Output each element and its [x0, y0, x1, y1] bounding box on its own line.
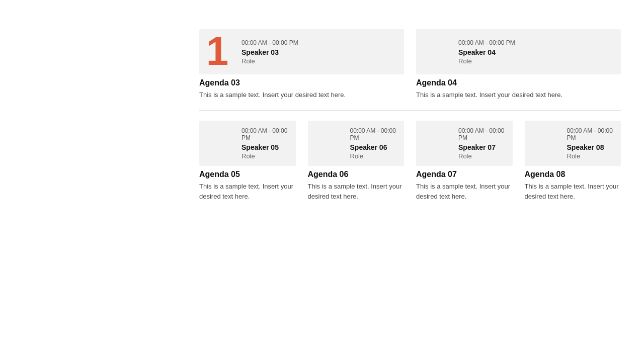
agenda-item: Agenda 06This is a sample text. Insert y…: [308, 170, 405, 202]
card-speaker: Speaker 03: [242, 48, 398, 56]
card-speaker: Speaker 04: [458, 48, 615, 56]
agenda-desc: This is a sample text. Insert your desir…: [525, 182, 621, 202]
card-speaker: Speaker 05: [242, 143, 290, 151]
agenda-pair: 600:00 AM - 00:00 PMSpeaker 08RoleAgenda…: [525, 121, 621, 202]
card-role: Role: [567, 152, 615, 160]
agenda-title: Agenda 07: [416, 170, 513, 179]
card-info: 00:00 AM - 00:00 PMSpeaker 08Role: [561, 121, 621, 166]
card-time: 00:00 AM - 00:00 PM: [567, 127, 615, 141]
speaker-card: 100:00 AM - 00:00 PMSpeaker 03Role: [199, 29, 404, 74]
card-info: 00:00 AM - 00:00 PMSpeaker 07Role: [452, 121, 513, 166]
agenda-pair: 400:00 AM - 00:00 PMSpeaker 06RoleAgenda…: [308, 121, 405, 202]
speaker-card: 500:00 AM - 00:00 PMSpeaker 07Role: [416, 121, 513, 166]
agenda-number: 6: [525, 123, 561, 163]
agenda-desc: This is a sample text. Insert your desir…: [308, 182, 405, 202]
agenda-number: 5: [416, 123, 452, 163]
agenda-item: Agenda 08This is a sample text. Insert y…: [525, 170, 621, 202]
card-time: 00:00 AM - 00:00 PM: [242, 39, 398, 46]
agenda-title: Agenda 08: [525, 170, 621, 179]
agenda-desc: This is a sample text. Insert your desir…: [416, 90, 621, 100]
agenda-item: Agenda 05This is a sample text. Insert y…: [199, 170, 296, 202]
agenda-desc: This is a sample text. Insert your desir…: [199, 182, 296, 202]
bottom-agenda-grid: 300:00 AM - 00:00 PMSpeaker 05RoleAgenda…: [199, 121, 621, 202]
agenda-pair: 200:00 AM - 00:00 PMSpeaker 04RoleAgenda…: [416, 29, 621, 100]
agenda-desc: This is a sample text. Insert your desir…: [416, 182, 513, 202]
agenda-pair: 100:00 AM - 00:00 PMSpeaker 03RoleAgenda…: [199, 29, 404, 100]
card-role: Role: [458, 57, 615, 65]
agenda-title: Agenda 03: [199, 78, 404, 87]
card-role: Role: [242, 57, 398, 65]
agenda-item: Agenda 03This is a sample text. Insert y…: [199, 78, 404, 100]
agenda-item: Agenda 07This is a sample text. Insert y…: [416, 170, 513, 202]
agenda-pair: 300:00 AM - 00:00 PMSpeaker 05RoleAgenda…: [199, 121, 296, 202]
card-speaker: Speaker 07: [458, 143, 507, 151]
agenda-pair: 500:00 AM - 00:00 PMSpeaker 07RoleAgenda…: [416, 121, 513, 202]
agenda-number: 2: [416, 31, 452, 71]
card-info: 00:00 AM - 00:00 PMSpeaker 03Role: [235, 29, 404, 74]
agenda-item: Agenda 04This is a sample text. Insert y…: [416, 78, 621, 100]
left-column: [23, 29, 184, 202]
agenda-desc: This is a sample text. Insert your desir…: [199, 90, 404, 100]
card-speaker: Speaker 08: [567, 143, 615, 151]
speaker-card: 600:00 AM - 00:00 PMSpeaker 08Role: [525, 121, 621, 166]
card-info: 00:00 AM - 00:00 PMSpeaker 06Role: [344, 121, 405, 166]
speaker-card: 400:00 AM - 00:00 PMSpeaker 06Role: [308, 121, 405, 166]
card-role: Role: [458, 152, 507, 160]
card-role: Role: [350, 152, 398, 160]
right-area: 100:00 AM - 00:00 PMSpeaker 03RoleAgenda…: [199, 29, 621, 202]
speaker-card: 200:00 AM - 00:00 PMSpeaker 04Role: [416, 29, 621, 74]
agenda-number: 1: [199, 31, 235, 71]
card-time: 00:00 AM - 00:00 PM: [350, 127, 398, 141]
agenda-number: 4: [308, 123, 344, 163]
agenda-number: 3: [199, 123, 235, 163]
separator: [199, 110, 621, 111]
agenda-title: Agenda 05: [199, 170, 296, 179]
card-time: 00:00 AM - 00:00 PM: [242, 127, 290, 141]
card-time: 00:00 AM - 00:00 PM: [458, 127, 507, 141]
agenda-title: Agenda 06: [308, 170, 405, 179]
card-role: Role: [242, 152, 290, 160]
card-info: 00:00 AM - 00:00 PMSpeaker 04Role: [452, 29, 621, 74]
card-speaker: Speaker 06: [350, 143, 398, 151]
top-agenda-grid: 100:00 AM - 00:00 PMSpeaker 03RoleAgenda…: [199, 29, 621, 100]
speaker-card: 300:00 AM - 00:00 PMSpeaker 05Role: [199, 121, 296, 166]
card-time: 00:00 AM - 00:00 PM: [458, 39, 615, 46]
card-info: 00:00 AM - 00:00 PMSpeaker 05Role: [235, 121, 296, 166]
agenda-title: Agenda 04: [416, 78, 621, 87]
